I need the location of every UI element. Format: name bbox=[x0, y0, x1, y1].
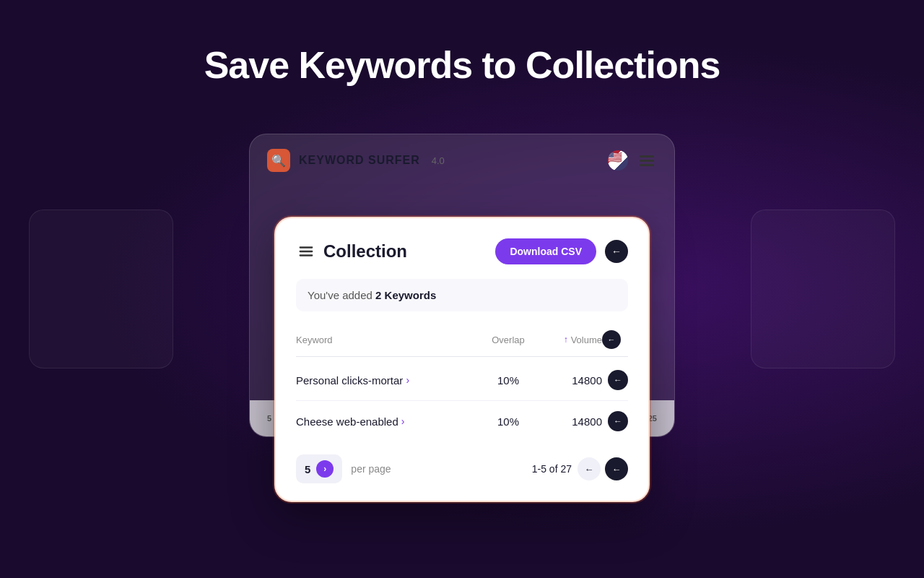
collection-header: Collection Download CSV ← bbox=[296, 238, 628, 264]
per-page-value: 5 bbox=[305, 463, 310, 475]
pagination-bar: 5 › per page 1-5 of 27 ← ← bbox=[296, 454, 628, 483]
pagination-nav: ← ← bbox=[578, 457, 628, 480]
cell-action-0: ← bbox=[602, 370, 628, 390]
table-row: Personal clicks-mortar › 10% 14800 ← bbox=[296, 360, 628, 401]
info-prefix: You've added bbox=[308, 289, 375, 301]
right-decorative-card bbox=[751, 210, 895, 368]
collection-title: Collection bbox=[323, 241, 495, 262]
back-arrow-icon: ← bbox=[611, 246, 622, 257]
next-page-button[interactable]: ← bbox=[605, 457, 628, 480]
browser-header: 🔍 KEYWORD SURFER 4.0 🇺🇸 bbox=[250, 134, 674, 186]
next-page-icon: ← bbox=[612, 464, 622, 475]
volume-label: Volume bbox=[571, 335, 602, 345]
collection-icon bbox=[296, 241, 316, 262]
header-actions: 🇺🇸 bbox=[608, 150, 657, 171]
per-page-chevron-icon: › bbox=[323, 464, 326, 474]
prev-page-icon: ← bbox=[585, 464, 594, 475]
cell-overlap-1: 10% bbox=[472, 415, 544, 428]
col-action-header: ← bbox=[602, 330, 628, 349]
per-page-box: 5 › bbox=[296, 454, 342, 483]
sort-icon: ↑ bbox=[564, 335, 568, 345]
page-title: Save Keywords to Collections bbox=[204, 43, 720, 87]
cell-volume-1: 14800 bbox=[544, 415, 602, 428]
per-page-label: per page bbox=[351, 463, 391, 475]
prev-page-button[interactable]: ← bbox=[578, 457, 601, 480]
cell-keyword-1: Cheese web-enabled › bbox=[296, 415, 472, 428]
footer-page-num: 5 bbox=[267, 414, 271, 423]
remove-icon: ← bbox=[614, 416, 622, 426]
cell-action-1: ← bbox=[602, 411, 628, 431]
cell-overlap-0: 10% bbox=[472, 374, 544, 387]
cell-keyword-0: Personal clicks-mortar › bbox=[296, 374, 472, 387]
keyword-chevron-icon[interactable]: › bbox=[406, 374, 409, 386]
pagination-info: 1-5 of 27 bbox=[532, 463, 572, 475]
col-overlap-header: Overlap bbox=[472, 335, 544, 345]
cell-volume-0: 14800 bbox=[544, 374, 602, 387]
table-row: Cheese web-enabled › 10% 14800 ← bbox=[296, 401, 628, 441]
left-decorative-card bbox=[29, 210, 173, 368]
col-volume-header[interactable]: ↑ Volume bbox=[544, 335, 602, 345]
keyword-count: 2 Keywords bbox=[375, 289, 436, 301]
app-logo: 🔍 bbox=[267, 149, 290, 172]
keyword-table-rows: Personal clicks-mortar › 10% 14800 ← Che… bbox=[296, 360, 628, 441]
remove-keyword-button-0[interactable]: ← bbox=[608, 370, 628, 390]
menu-icon[interactable] bbox=[637, 152, 657, 169]
info-bar: You've added 2 Keywords bbox=[296, 279, 628, 311]
download-csv-button[interactable]: Download CSV bbox=[495, 238, 596, 264]
remove-icon: ← bbox=[614, 375, 622, 385]
keyword-chevron-icon[interactable]: › bbox=[401, 415, 405, 427]
app-name: KEYWORD SURFER bbox=[299, 154, 420, 167]
col-keyword-header: Keyword bbox=[296, 335, 472, 345]
remove-keyword-button-1[interactable]: ← bbox=[608, 411, 628, 431]
collection-card: Collection Download CSV ← You've added 2… bbox=[274, 217, 650, 502]
app-version: 4.0 bbox=[432, 155, 445, 166]
column-action-button[interactable]: ← bbox=[602, 330, 621, 349]
flag-icon: 🇺🇸 bbox=[608, 150, 628, 171]
back-button[interactable]: ← bbox=[605, 240, 628, 263]
per-page-arrow-button[interactable]: › bbox=[316, 460, 334, 478]
table-header: Keyword Overlap ↑ Volume ← bbox=[296, 324, 628, 357]
col-action-icon: ← bbox=[608, 335, 616, 344]
